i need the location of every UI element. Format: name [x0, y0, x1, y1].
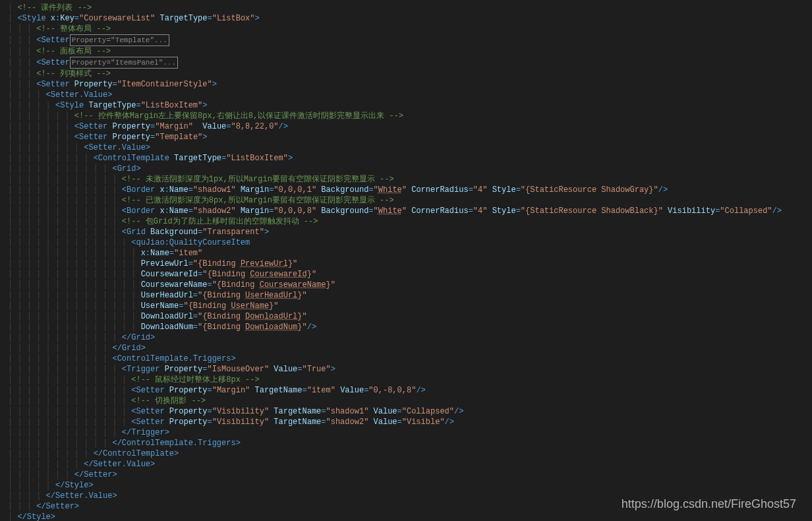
comment-text: 课件列表	[36, 3, 77, 13]
code-line[interactable]: │ │ │ </Setter>	[0, 501, 812, 512]
code-line[interactable]: │ │ │ │ │ │ │ │ │ │ │ │ │ │ CoursewareId…	[0, 269, 812, 280]
comment-text: 未激活阴影深度为1px,所以Margin要留有空隙保证阴影完整显示	[141, 175, 380, 184]
code-line[interactable]: │ │ │ │ │ │ │ │ │ │ │ │ │ <Setter Proper…	[0, 417, 812, 427]
code-line[interactable]: │ │ │ │ │ │ │ │ <Setter.Value>	[0, 142, 812, 153]
comment-text: 整体布局	[55, 24, 96, 34]
binding-member: CoursewareId	[250, 270, 306, 279]
binding-member: UserHeadUrl	[245, 291, 297, 300]
code-line[interactable]: │ │ │ │ │ │ │ │ </Setter.Value>	[0, 459, 812, 470]
code-line[interactable]: │ │ │ <!-- 面板布局 -->	[0, 46, 812, 57]
border-margin: 0,0,0,1	[279, 185, 312, 195]
code-line[interactable]: │ │ │ │ │ │ │ │ │ │ │ │ │ │ PreviewUrl="…	[0, 259, 812, 269]
code-line[interactable]: │ </Style>	[0, 512, 812, 521]
binding-member: DownloadUrl	[245, 312, 297, 321]
setter-property: Margin	[160, 122, 188, 131]
code-line[interactable]: │ │ │ │ │ │ │ │ │ │ │ │ </Trigger>	[0, 427, 812, 438]
code-line[interactable]: │ │ │ │ │ │ │ │ │ │ │ │ │ <!-- 鼠标经过时整体上移…	[0, 375, 812, 385]
code-line[interactable]: │ <Style x:Key="CoursewareList" TargetTy…	[0, 13, 812, 24]
comment-text: 已激活阴影深度为8px,所以Margin要留有空隙保证阴影完整显示	[141, 196, 380, 205]
code-line[interactable]: │ │ │ │ │ │ │ │ │ │ │ │ │ │ DownloadNum=…	[0, 322, 812, 332]
ts-target: shadow2	[331, 417, 364, 427]
ts-val: Collapsed	[407, 407, 450, 416]
border-name: shadow2	[198, 206, 231, 216]
code-line[interactable]: │ │ │ │ │ │ │ │ │ │ │ │ </Grid>	[0, 332, 812, 343]
code-line[interactable]: │ │ │ │ │ </Style>	[0, 480, 812, 491]
code-line[interactable]: │ │ │ │ │ │ │ │ │ │ │ │ │ │ x:Name="item…	[0, 248, 812, 259]
comment-text: 列项样式	[55, 69, 96, 78]
code-line[interactable]: │ │ │ │ │ │ │ <Setter Property="Margin" …	[0, 121, 812, 132]
code-line[interactable]: │ │ │ │ │ <Style TargetType="ListBoxItem…	[0, 100, 812, 111]
setter-value: 8,8,22,0	[236, 122, 274, 131]
ts-prop: Visibility	[217, 417, 264, 427]
item-tag: quJiao:QualityCourseItem	[136, 238, 250, 247]
ts-target: item	[312, 386, 331, 395]
border-bg: White	[378, 206, 402, 216]
code-line[interactable]: │ │ │ │ │ │ │ │ │ │ │ │ <Border x:Name="…	[0, 206, 812, 216]
code-line[interactable]: │ │ │ │ │ │ │ │ │ │ │ │ │ <quJiao:Qualit…	[0, 237, 812, 248]
code-line[interactable]: │ │ │ │ │ │ │ │ │ │ │ │ <Trigger Propert…	[0, 364, 812, 375]
ts-val: Visible	[407, 417, 440, 427]
code-line[interactable]: │ │ │ │ │ │ │ │ │ │ │ │ │ <Setter Proper…	[0, 385, 812, 396]
code-line[interactable]: │ │ │ │ │ │ │ │ │ │ │ │ │ │ UserName="{B…	[0, 301, 812, 311]
code-line[interactable]: │ │ │ │ │ │ │ │ │ │ │ │ │ <!-- 切换阴影 -->	[0, 396, 812, 406]
ts-prop: Margin	[217, 386, 245, 395]
setter-property: ItemContainerStyle	[122, 80, 208, 89]
code-line[interactable]: │ │ │ │ │ │ │ │ │ │ │ <Grid>	[0, 164, 812, 174]
code-line[interactable]: │ <!-- 课件列表 -->	[0, 3, 812, 13]
binding-member: UserName	[231, 301, 269, 311]
style-target: ListBox	[217, 14, 250, 23]
comment-text: 鼠标经过时整体上移8px	[150, 375, 245, 384]
trigger-val: True	[307, 365, 326, 374]
code-line[interactable]: │ │ │ │ │ │ │ │ │ │ │ │ │ │ UserHeadUrl=…	[0, 290, 812, 301]
binding-member: PreviewUrl	[241, 259, 288, 268]
border-radius: 4	[478, 185, 482, 195]
ct-target: ListBoxItem	[231, 154, 283, 163]
ts-prop: Visibility	[217, 407, 264, 416]
comment-text: 切换阴影	[150, 396, 191, 406]
style-key: CoursewareList	[84, 14, 150, 23]
comment-text: 面板布局	[55, 47, 96, 56]
code-line[interactable]: │ │ │ │ │ │ │ │ │ │ │ │ │ │ CoursewareNa…	[0, 280, 812, 290]
code-line[interactable]: │ │ │ │ │ │ │ </Setter>	[0, 470, 812, 480]
comment-text: 控件整体Margin左上要保留8px,右侧让出8,以保证课件激活时阴影完整显示出…	[94, 111, 390, 121]
code-line[interactable]: │ │ │ │ │ │ │ │ │ │ │ │ <!-- 未激活阴影深度为1px…	[0, 174, 812, 185]
code-line[interactable]: │ │ │ │ │ │ │ <!-- 控件整体Margin左上要保留8px,右侧…	[0, 111, 812, 121]
border-bg: White	[378, 185, 402, 195]
code-line[interactable]: │ │ │ │ │ │ │ │ │ │ │ │ <!-- 包Grid为了防止上移…	[0, 216, 812, 227]
binding-member: CoursewareName	[260, 280, 326, 290]
code-line[interactable]: │ │ │ │ │ │ │ │ │ │ │ │ │ <Setter Proper…	[0, 406, 812, 417]
code-line[interactable]: │ │ │ <SetterProperty="ItemsPanel"...	[0, 57, 812, 69]
code-line[interactable]: │ │ │ │ <Setter.Value>	[0, 90, 812, 100]
code-line[interactable]: │ │ │ │ │ │ │ │ │ <ControlTemplate Targe…	[0, 153, 812, 164]
collapsed-region[interactable]: Property="Template"...	[70, 34, 169, 46]
code-line[interactable]: │ │ │ <SetterProperty="Template"...	[0, 34, 812, 46]
code-line[interactable]: │ │ │ │ │ │ │ │ │ │ │ │ <Border x:Name="…	[0, 185, 812, 195]
code-line[interactable]: │ │ │ <Setter Property="ItemContainerSty…	[0, 79, 812, 90]
code-line[interactable]: │ │ │ │ │ │ │ │ │ │ │ </Grid>	[0, 343, 812, 353]
binding-member: DownloadNum	[245, 322, 297, 332]
border-style: {StaticResource ShadowBlack}	[525, 206, 658, 216]
border-name: shadow1	[198, 185, 231, 195]
code-line[interactable]: │ │ │ <!-- 列项样式 -->	[0, 69, 812, 79]
comment-text: 包Grid为了防止上移时留出的空隙触发抖动	[141, 217, 304, 226]
ts-target: shadow1	[331, 407, 364, 416]
border-margin: 0,0,0,8	[279, 206, 312, 216]
code-line[interactable]: │ │ │ │ │ │ │ │ │ │ │ </ControlTemplate.…	[0, 438, 812, 448]
grid-bg: Transparent	[207, 228, 259, 237]
code-line[interactable]: │ │ │ │ │ │ │ │ │ │ │ │ │ │ DownloadUrl=…	[0, 311, 812, 322]
border-style: {StaticResource ShadowGray}	[525, 185, 653, 195]
collapsed-region[interactable]: Property="ItemsPanel"...	[70, 57, 178, 69]
setter-property: Template	[160, 133, 198, 142]
code-line[interactable]: │ │ │ │ │ │ │ <Setter Property="Template…	[0, 132, 812, 142]
code-line[interactable]: │ │ │ │ │ │ │ │ │ │ │ │ <!-- 已激活阴影深度为8px…	[0, 195, 812, 206]
code-line[interactable]: │ │ │ │ │ │ │ │ │ </ControlTemplate>	[0, 448, 812, 459]
code-line[interactable]: │ │ │ │ │ │ │ │ │ │ │ │ <Grid Background…	[0, 227, 812, 237]
border-radius: 4	[478, 206, 482, 216]
code-line[interactable]: │ │ │ <!-- 整体布局 -->	[0, 24, 812, 34]
inner-style-target: ListBoxItem	[146, 101, 198, 110]
item-name: item	[179, 249, 198, 258]
trigger-prop: IsMouseOver	[212, 365, 264, 374]
code-editor[interactable]: │ <!-- 课件列表 --> │ <Style x:Key="Coursewa…	[0, 0, 812, 521]
code-line[interactable]: │ │ │ │ │ │ │ │ │ │ │ <ControlTemplate.T…	[0, 353, 812, 364]
code-line[interactable]: │ │ │ │ </Setter.Value>	[0, 491, 812, 501]
